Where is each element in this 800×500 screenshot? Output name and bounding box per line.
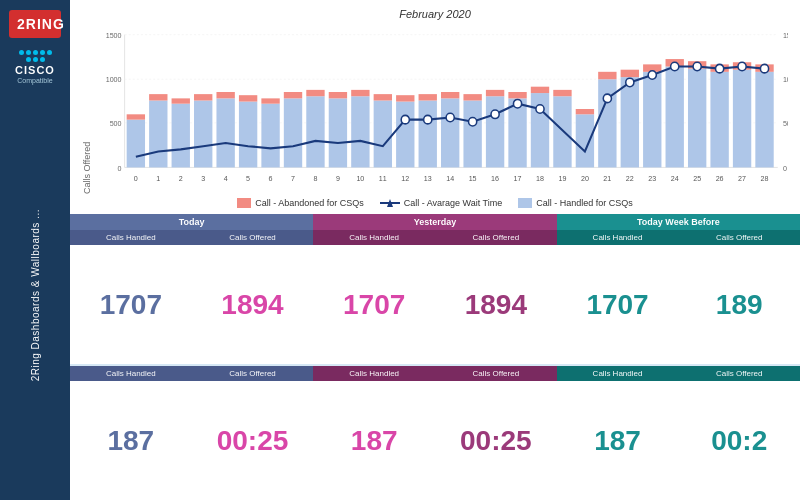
svg-text:5: 5 xyxy=(246,174,250,183)
legend-avgwait-icon xyxy=(380,198,400,208)
svg-rect-38 xyxy=(396,95,414,101)
col-yesterday-handled-1: Calls Handled xyxy=(313,230,435,245)
svg-rect-46 xyxy=(486,90,504,96)
svg-rect-48 xyxy=(508,92,526,98)
svg-rect-42 xyxy=(441,92,459,98)
col-week-offered-2: Calls Offered xyxy=(678,366,800,381)
yesterday-handled-1: 1707 xyxy=(313,287,435,323)
svg-text:16: 16 xyxy=(491,174,499,183)
col-week-handled-2: Calls Handled xyxy=(557,366,679,381)
svg-rect-54 xyxy=(576,109,594,114)
legend-abandoned-color xyxy=(237,198,251,208)
cisco-logo: CISCO Compatible xyxy=(15,50,55,84)
svg-rect-56 xyxy=(598,72,616,79)
svg-rect-27 xyxy=(284,98,302,167)
svg-text:24: 24 xyxy=(671,174,679,183)
svg-rect-69 xyxy=(755,72,773,168)
col-today-handled-1: Calls Handled xyxy=(70,230,192,245)
svg-point-77 xyxy=(536,105,544,114)
col-today-handled-2: Calls Handled xyxy=(70,366,192,381)
svg-rect-43 xyxy=(463,101,481,168)
today-offered-2: 00:25 xyxy=(192,423,314,459)
svg-text:3: 3 xyxy=(201,174,205,183)
data-row-1: 1707 1894 1707 1894 1707 189 xyxy=(70,245,800,364)
svg-rect-51 xyxy=(553,96,571,167)
svg-rect-16 xyxy=(149,94,167,100)
svg-text:50: 50 xyxy=(783,119,788,128)
svg-rect-61 xyxy=(666,67,684,168)
svg-rect-13 xyxy=(127,120,145,168)
week-handled-2: 187 xyxy=(557,423,679,459)
chart-legend: Call - Abandoned for CSQs Call - Avarage… xyxy=(82,198,788,208)
legend-avgwait-label: Call - Avarage Wait Time xyxy=(404,198,503,208)
svg-text:26: 26 xyxy=(716,174,724,183)
svg-text:500: 500 xyxy=(110,119,122,128)
svg-text:20: 20 xyxy=(581,174,589,183)
cisco-dot-6 xyxy=(26,57,31,62)
cisco-dot-3 xyxy=(33,50,38,55)
svg-text:2: 2 xyxy=(179,174,183,183)
svg-point-74 xyxy=(469,118,477,127)
svg-text:14: 14 xyxy=(446,174,454,183)
svg-text:12: 12 xyxy=(401,174,409,183)
svg-rect-15 xyxy=(149,101,167,168)
svg-rect-23 xyxy=(239,102,257,168)
col-yesterday-handled-2: Calls Handled xyxy=(313,366,435,381)
svg-rect-14 xyxy=(127,114,145,119)
svg-rect-24 xyxy=(239,95,257,101)
chart-title: February 2020 xyxy=(82,8,788,20)
svg-text:9: 9 xyxy=(336,174,340,183)
svg-rect-40 xyxy=(419,94,437,100)
svg-rect-29 xyxy=(306,96,324,167)
svg-text:4: 4 xyxy=(224,174,228,183)
svg-text:0: 0 xyxy=(118,163,122,172)
col-headers-1: Calls Handled Calls Offered Calls Handle… xyxy=(70,230,800,245)
svg-rect-59 xyxy=(643,72,661,168)
today-handled-2: 187 xyxy=(70,423,192,459)
svg-rect-41 xyxy=(441,98,459,167)
svg-rect-21 xyxy=(216,98,234,167)
svg-rect-63 xyxy=(688,69,706,168)
svg-point-80 xyxy=(648,71,656,80)
svg-rect-33 xyxy=(351,96,369,167)
section-headers: Today Yesterday Today Week Before xyxy=(70,214,800,230)
svg-text:25: 25 xyxy=(693,174,701,183)
cisco-dot-1 xyxy=(19,50,24,55)
svg-text:100: 100 xyxy=(783,75,788,84)
svg-text:13: 13 xyxy=(424,174,432,183)
main-content: February 2020 Calls Offered 0 500 xyxy=(70,0,800,500)
week-offered-1: 189 xyxy=(678,287,800,323)
svg-text:0: 0 xyxy=(134,174,138,183)
legend-handled: Call - Handled for CSQs xyxy=(518,198,633,208)
legend-avgwait: Call - Avarage Wait Time xyxy=(380,198,503,208)
svg-point-71 xyxy=(401,115,409,124)
chart-inner: 0 500 1000 1500 0 50 100 150 xyxy=(94,24,788,194)
svg-rect-32 xyxy=(329,92,347,98)
svg-text:6: 6 xyxy=(269,174,273,183)
svg-rect-55 xyxy=(598,79,616,167)
svg-text:23: 23 xyxy=(648,174,656,183)
svg-rect-25 xyxy=(261,104,279,168)
svg-rect-52 xyxy=(553,90,571,96)
svg-rect-19 xyxy=(194,101,212,168)
week-handled-1: 1707 xyxy=(557,287,679,323)
svg-rect-35 xyxy=(374,101,392,168)
svg-text:1: 1 xyxy=(156,174,160,183)
y-axis-label: Calls Offered xyxy=(82,24,92,194)
svg-rect-28 xyxy=(284,92,302,98)
svg-rect-65 xyxy=(710,72,728,168)
col-yesterday-offered-1: Calls Offered xyxy=(435,230,557,245)
svg-rect-22 xyxy=(216,92,234,98)
svg-text:1000: 1000 xyxy=(106,75,122,84)
svg-rect-18 xyxy=(172,98,190,103)
svg-text:17: 17 xyxy=(514,174,522,183)
svg-text:150: 150 xyxy=(783,31,788,40)
cisco-dot-2 xyxy=(26,50,31,55)
svg-rect-26 xyxy=(261,98,279,103)
svg-point-84 xyxy=(738,62,746,71)
yesterday-offered-1: 1894 xyxy=(435,287,557,323)
svg-point-81 xyxy=(671,62,679,71)
today-offered-1: 1894 xyxy=(192,287,314,323)
svg-point-76 xyxy=(513,99,521,108)
col-week-handled-1: Calls Handled xyxy=(557,230,679,245)
